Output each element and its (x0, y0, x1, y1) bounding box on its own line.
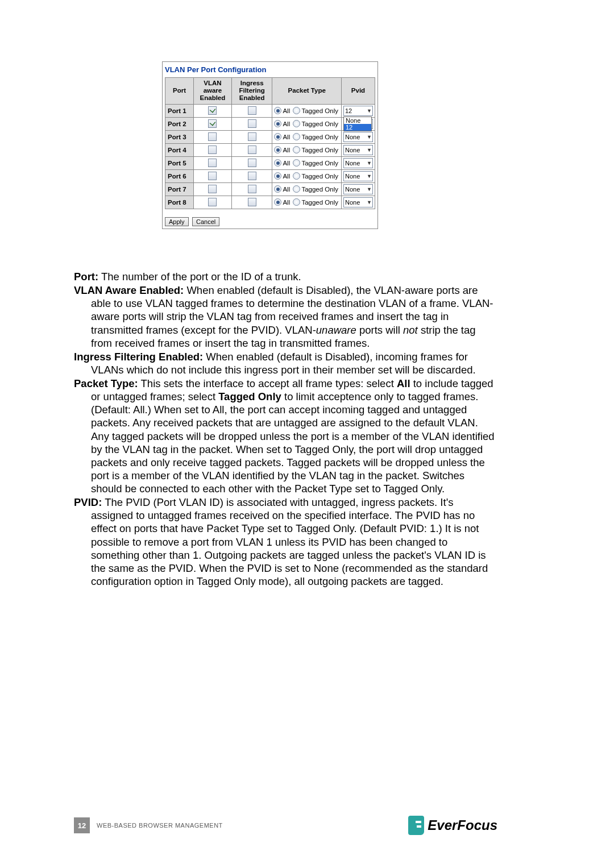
table-row: Port 5All Tagged OnlyNone▼ (165, 156, 375, 169)
definitions: Port: The number of the port or the ID o… (74, 270, 497, 588)
ingress-checkbox[interactable] (248, 198, 256, 206)
pvid-select[interactable]: None▼ (343, 184, 373, 194)
table-row: Port 3All Tagged OnlyNone▼ (165, 130, 375, 143)
def-packet-type: Packet Type: This sets the interface to … (74, 377, 497, 495)
ingress-checkbox[interactable] (248, 146, 256, 154)
packet-type-tagged-radio[interactable] (293, 133, 300, 140)
table-row: Port 8All Tagged OnlyNone▼ (165, 196, 375, 209)
port-cell: Port 7 (165, 182, 194, 196)
packet-type-tagged-radio[interactable] (293, 120, 300, 127)
col-ptype: Packet Type (272, 78, 342, 105)
pvid-dropdown[interactable]: None12 (343, 117, 372, 131)
vlan-config-panel: VLAN Per Port Configuration Port VLAN aw… (162, 61, 378, 229)
cancel-button[interactable]: Cancel (192, 217, 219, 226)
vlan-aware-checkbox[interactable] (208, 185, 217, 193)
vlan-aware-checkbox[interactable] (208, 198, 217, 206)
brand-logo: EverFocus (408, 816, 497, 835)
port-cell: Port 1 (165, 104, 194, 117)
table-row: Port 1All Tagged Only12▼None12 (165, 104, 375, 117)
port-cell: Port 8 (165, 196, 194, 209)
brand-name: EverFocus (428, 817, 497, 833)
page-number: 12 (74, 817, 90, 833)
pvid-option[interactable]: None (344, 117, 371, 124)
vlan-aware-checkbox[interactable] (208, 119, 217, 128)
port-cell: Port 4 (165, 143, 194, 156)
brand-mark-icon (408, 816, 424, 835)
packet-type-all-radio[interactable] (274, 198, 281, 206)
packet-type-tagged-radio[interactable] (293, 107, 300, 114)
col-aware: VLAN aware Enabled (194, 78, 232, 105)
port-cell: Port 5 (165, 156, 194, 169)
def-port: Port: The number of the port or the ID o… (74, 270, 497, 283)
ingress-checkbox[interactable] (248, 159, 256, 167)
chevron-down-icon: ▼ (367, 200, 372, 205)
chevron-down-icon: ▼ (367, 160, 372, 166)
panel-title: VLAN Per Port Configuration (163, 62, 377, 77)
col-ingress: Ingress Filtering Enabled (231, 78, 272, 105)
packet-type-all-radio[interactable] (274, 185, 281, 193)
pvid-select[interactable]: None▼ (343, 197, 373, 207)
chevron-down-icon: ▼ (367, 186, 372, 192)
def-vlan-aware: VLAN Aware Enabled: When enabled (defaul… (74, 284, 497, 350)
def-pvid: PVID: The PVID (Port VLAN ID) is associa… (74, 496, 497, 588)
pvid-select[interactable]: 12▼ (343, 106, 373, 116)
def-ingress: Ingress Filtering Enabled: When enabled … (74, 350, 497, 376)
port-cell: Port 3 (165, 130, 194, 143)
vlan-aware-checkbox[interactable] (208, 172, 217, 180)
packet-type-all-radio[interactable] (274, 120, 281, 127)
packet-type-all-radio[interactable] (274, 159, 281, 167)
vlan-table: Port VLAN aware Enabled Ingress Filterin… (165, 77, 375, 209)
vlan-aware-checkbox[interactable] (208, 159, 217, 167)
col-port: Port (165, 78, 194, 105)
packet-type-all-radio[interactable] (274, 133, 281, 140)
footer-section-label: WEB-BASED BROWSER MANAGEMENT (97, 822, 223, 829)
port-cell: Port 2 (165, 117, 194, 130)
port-cell: Port 6 (165, 169, 194, 182)
apply-button[interactable]: Apply (165, 217, 189, 226)
vlan-aware-checkbox[interactable] (208, 132, 217, 141)
chevron-down-icon: ▼ (367, 134, 372, 140)
packet-type-tagged-radio[interactable] (293, 185, 300, 193)
page-footer: 12 WEB-BASED BROWSER MANAGEMENT EverFocu… (74, 816, 497, 835)
table-row: Port 4All Tagged OnlyNone▼ (165, 143, 375, 156)
pvid-select[interactable]: None▼ (343, 132, 373, 142)
vlan-aware-checkbox[interactable] (208, 146, 217, 154)
packet-type-tagged-radio[interactable] (293, 159, 300, 167)
packet-type-tagged-radio[interactable] (293, 198, 300, 206)
ingress-checkbox[interactable] (248, 132, 256, 141)
table-row: Port 7All Tagged OnlyNone▼ (165, 182, 375, 196)
ingress-checkbox[interactable] (248, 106, 256, 115)
chevron-down-icon: ▼ (367, 173, 372, 179)
col-pvid: Pvid (341, 78, 375, 105)
vlan-aware-checkbox[interactable] (208, 106, 217, 115)
packet-type-tagged-radio[interactable] (293, 172, 300, 180)
packet-type-tagged-radio[interactable] (293, 146, 300, 153)
ingress-checkbox[interactable] (248, 119, 256, 128)
packet-type-all-radio[interactable] (274, 146, 281, 153)
chevron-down-icon: ▼ (367, 147, 372, 153)
packet-type-all-radio[interactable] (274, 172, 281, 180)
table-row: Port 6All Tagged OnlyNone▼ (165, 169, 375, 182)
pvid-option[interactable]: 12 (344, 124, 371, 131)
ingress-checkbox[interactable] (248, 185, 256, 193)
pvid-select[interactable]: None▼ (343, 158, 373, 168)
packet-type-all-radio[interactable] (274, 107, 281, 114)
chevron-down-icon: ▼ (367, 108, 372, 114)
ingress-checkbox[interactable] (248, 172, 256, 180)
pvid-select[interactable]: None▼ (343, 171, 373, 181)
pvid-select[interactable]: None▼ (343, 145, 373, 155)
